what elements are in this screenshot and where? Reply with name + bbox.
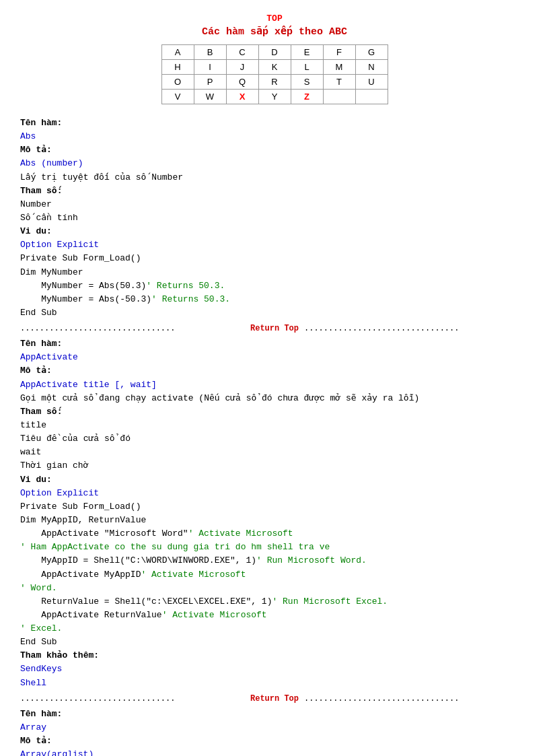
appactivate-param-title-desc: Tiêu đề của cửa sổ đó [20,434,131,444]
table-cell-l[interactable]: L [291,60,323,75]
ten-ham-label-app: Tên hàm: [20,339,62,349]
table-cell-d[interactable]: D [258,45,291,60]
app-code-1: Option Explicit [20,488,99,498]
abs-code-6: End Sub [20,308,57,318]
table-cell-z[interactable]: Z [291,90,323,104]
mo-ta-label-array: Mô tả: [20,736,52,746]
table-cell-a[interactable]: A [161,45,194,60]
table-cell-u[interactable]: U [355,75,388,90]
appactivate-description: Gọi một cửa sổ đang chạy activate (Nếu c… [20,393,419,403]
appactivate-param-wait: wait [20,447,41,457]
app-code-11: ' Excel. [20,623,62,633]
appactivate-param-title: title [20,420,46,430]
app-code-6: MyAppID = Shell("C:\WORD\WINWORD.EXE", 1… [20,555,367,565]
tham-so-label-abs: Tham số: [20,186,62,196]
table-cell-b[interactable]: B [194,45,226,60]
table-cell-o[interactable]: O [161,75,194,90]
abs-param-number: Number [20,199,52,209]
appactivate-function-name[interactable]: AppActivate [20,352,78,362]
abs-description: Lấy trị tuyệt đối của số Number [20,172,183,182]
table-cell-p[interactable]: P [194,75,226,90]
table-cell-w[interactable]: W [194,90,226,104]
array-syntax: Array(arglist) [20,749,94,756]
table-cell-m[interactable]: M [323,60,355,75]
table-cell-q[interactable]: Q [226,75,258,90]
abs-code-5: MyNumber = Abs(-50.3)' Returns 50.3. [20,294,230,304]
top-link[interactable]: TOP [20,13,529,24]
table-cell-h[interactable]: H [161,60,194,75]
abs-syntax: Abs (number) [20,158,83,168]
array-function-name[interactable]: Array [20,722,46,732]
mo-ta-label-abs: Mô tả: [20,145,52,155]
table-cell-f[interactable]: F [323,45,355,60]
table-cell-c[interactable]: C [226,45,258,60]
table-cell-g[interactable]: G [355,45,388,60]
dots-right-2: ................................ [304,694,529,703]
table-cell-j[interactable]: J [226,60,258,75]
app-code-9: ReturnValue = Shell("c:\EXCEL\EXCEL.EXE"… [20,596,388,607]
return-top-link-2[interactable]: Return Top [250,694,299,703]
tham-khao-sendkeys[interactable]: SendKeys [20,664,62,674]
abc-navigation-table: A B C D E F G H I J K L M N O P Q R S T … [161,44,388,104]
return-top-link-1[interactable]: Return Top [250,324,299,333]
dots-left-1: ................................ [20,324,245,333]
tham-khao-shell[interactable]: Shell [20,678,46,688]
tham-so-label-app: Tham số: [20,407,62,417]
section-array: Tên hàm: Array Mô tả: Array(arglist) Gán… [20,708,529,756]
table-cell-i[interactable]: I [194,60,226,75]
app-code-4: AppActivate "Microsoft Word"' Activate M… [20,528,293,539]
app-code-5: ' Ham AppActivate co the su dung gia tri… [20,542,330,552]
dots-left-2: ................................ [20,694,245,703]
table-cell-s[interactable]: S [291,75,323,90]
table-cell-x[interactable]: X [226,90,258,104]
app-code-12: End Sub [20,637,57,647]
table-cell-t[interactable]: T [323,75,355,90]
appactivate-param-wait-desc: Thời gian chờ [20,460,88,471]
app-code-3: Dim MyAppID, ReturnValue [20,515,146,525]
dots-right-1: ................................ [304,324,529,333]
app-code-8: ' Word. [20,583,57,593]
table-cell-empty1 [323,90,355,104]
abs-code-4: MyNumber = Abs(50.3)' Returns 50.3. [20,281,225,291]
table-cell-v[interactable]: V [161,90,194,104]
table-cell-k[interactable]: K [258,60,291,75]
mo-ta-label-app: Mô tả: [20,366,52,376]
app-code-10: AppActivate ReturnValue' Activate Micros… [20,610,267,620]
vi-du-label-abs: Vi du: [20,226,52,236]
table-cell-y[interactable]: Y [258,90,291,104]
return-top-1: ................................ Return … [20,324,529,333]
app-code-7: AppActivate MyAppID' Activate Microsoft [20,570,246,580]
abs-param-desc: Số cần tính [20,213,78,223]
ten-ham-label-abs: Tên hàm: [20,118,62,128]
table-cell-r[interactable]: R [258,75,291,90]
ten-ham-label-array: Tên hàm: [20,709,62,719]
table-cell-n[interactable]: N [355,60,388,75]
section-appactivate: Tên hàm: AppActivate Mô tả: AppActivate … [20,337,529,690]
abs-code-1: Option Explicit [20,240,99,250]
abs-function-name[interactable]: Abs [20,131,36,141]
page-title: Các hàm sắp xếp theo ABC [20,25,529,38]
abs-code-3: Dim MyNumber [20,267,83,277]
return-top-2: ................................ Return … [20,694,529,703]
section-abs: Tên hàm: Abs Mô tả: Abs (number) Lấy trị… [20,116,529,320]
table-cell-empty2 [355,90,388,104]
tham-khao-label: Tham khảo thêm: [20,650,99,660]
vi-du-label-app: Vi du: [20,475,52,485]
app-code-2: Private Sub Form_Load() [20,502,141,512]
abs-code-2: Private Sub Form_Load() [20,253,141,263]
appactivate-syntax: AppActivate title [, wait] [20,380,157,390]
table-cell-e[interactable]: E [291,45,323,60]
